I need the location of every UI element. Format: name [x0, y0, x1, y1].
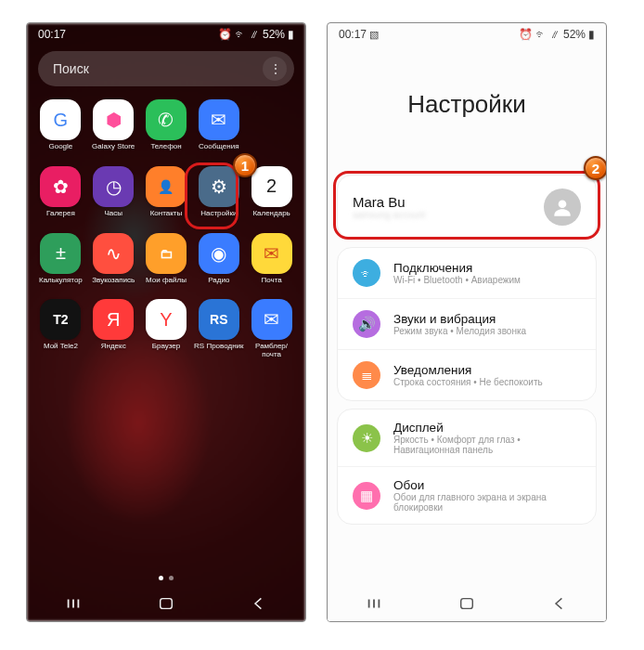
- settings-item-дисплей[interactable]: ☀ДисплейЯркость • Комфорт для глаз • Нав…: [338, 410, 596, 466]
- app-почта[interactable]: ✉Почта: [245, 229, 298, 292]
- settings-item-уведомления[interactable]: ≣УведомленияСтрока состояния • Не беспок…: [338, 349, 596, 400]
- settings-item-icon: ▦: [353, 482, 380, 510]
- more-icon[interactable]: ⋮: [263, 57, 287, 81]
- app-icon: ◷: [93, 166, 134, 207]
- settings-item-subtitle: Строка состояния • Не беспокоить: [393, 377, 543, 387]
- app-rs-проводник[interactable]: RSRS Проводник: [192, 295, 245, 367]
- settings-item-subtitle: Обои для главного экрана и экрана блокир…: [393, 492, 581, 513]
- app-сообщения[interactable]: ✉Сообщения: [192, 96, 245, 159]
- app-браузер[interactable]: YБраузер: [140, 295, 193, 367]
- settings-item-title: Обои: [393, 478, 581, 492]
- app-радио[interactable]: ◉Радио: [192, 229, 245, 292]
- settings-panel: ☀ДисплейЯркость • Комфорт для глаз • Нав…: [337, 409, 597, 525]
- search-placeholder: Поиск: [53, 61, 89, 76]
- settings-item-icon: ᯤ: [353, 259, 380, 287]
- app-label: Календарь: [252, 210, 290, 218]
- app-grid: GGoogle⬢Galaxy Store✆Телефон✉Сообщения✿Г…: [27, 96, 305, 367]
- app-яндекс[interactable]: ЯЯндекс: [87, 295, 140, 367]
- app-icon: ⚙: [199, 166, 239, 207]
- battery-text: 52%: [263, 28, 285, 41]
- app-label: Google: [49, 143, 73, 151]
- account-name: Mara Bu: [353, 194, 533, 210]
- battery-icon: ▮: [288, 28, 294, 41]
- status-icons: ⏰ ᯤ ⫽ 52% ▮: [218, 28, 294, 41]
- status-bar: 00:17 ⏰ ᯤ ⫽ 52% ▮: [27, 23, 305, 46]
- account-email: samsung account: [353, 210, 533, 220]
- app-рамблер-почта[interactable]: ✉Рамблер/ почта: [245, 295, 298, 367]
- svg-rect-0: [161, 599, 173, 609]
- app-label: Радио: [208, 277, 229, 285]
- avatar-icon: [544, 188, 581, 226]
- wifi-icon: ᯤ: [235, 28, 246, 41]
- app-icon: Y: [146, 299, 187, 340]
- settings-item-подключения[interactable]: ᯤПодключенияWi-Fi • Bluetooth • Авиарежи…: [338, 248, 596, 298]
- settings-item-title: Дисплей: [393, 421, 581, 435]
- app-мой-tele2[interactable]: T2Мой Tele2: [34, 295, 87, 367]
- signal-icon: ⫽: [249, 28, 260, 41]
- app-icon: ✉: [251, 233, 292, 274]
- app-icon: G: [40, 99, 81, 140]
- settings-panel: ᯤПодключенияWi-Fi • Bluetooth • Авиарежи…: [337, 247, 597, 401]
- app-контакты[interactable]: 👤Контакты: [140, 162, 193, 226]
- app-label: Звукозапись: [92, 277, 135, 285]
- settings-item-обои[interactable]: ▦ОбоиОбои для главного экрана и экрана б…: [338, 466, 596, 524]
- app-icon: Я: [93, 299, 134, 340]
- app-icon: ✉: [199, 99, 239, 140]
- app-google[interactable]: GGoogle: [34, 96, 87, 159]
- app-калькулятор[interactable]: ±Калькулятор: [34, 229, 87, 292]
- settings-item-subtitle: Яркость • Комфорт для глаз • Навигационн…: [393, 435, 581, 455]
- app-label: Настройки: [200, 210, 237, 218]
- svg-rect-2: [461, 599, 473, 609]
- app-звукозапись[interactable]: ∿Звукозапись: [87, 229, 140, 292]
- settings-item-subtitle: Wi-Fi • Bluetooth • Авиарежим: [393, 275, 521, 285]
- app-icon: ✿: [40, 166, 81, 207]
- navigation-bar: [27, 586, 305, 621]
- recents-button[interactable]: [64, 594, 83, 613]
- app-label: Часы: [104, 210, 122, 218]
- app-galaxy-store[interactable]: ⬢Galaxy Store: [87, 96, 140, 159]
- wifi-icon: ᯤ: [535, 28, 547, 41]
- phone-settings-screen: 00:17 ▧ ⏰ ᯤ ⫽ 52% ▮ Настройки Mara Bu sa…: [327, 22, 607, 622]
- clock: 00:17: [38, 28, 66, 41]
- screenshot-icon: ▧: [369, 29, 379, 41]
- home-button[interactable]: [157, 594, 175, 613]
- alarm-icon: ⏰: [218, 28, 232, 41]
- app-часы[interactable]: ◷Часы: [87, 162, 140, 226]
- annotation-badge-2: 2: [584, 156, 606, 180]
- alarm-icon: ⏰: [519, 28, 533, 41]
- app-label: Galaxy Store: [92, 143, 135, 151]
- svg-point-1: [559, 200, 567, 208]
- app-телефон[interactable]: ✆Телефон: [140, 96, 193, 159]
- app-icon: 2: [251, 166, 292, 207]
- app-мои-файлы[interactable]: 🗀Мои файлы: [140, 229, 193, 292]
- account-panel: Mara Bu samsung account: [337, 175, 597, 240]
- status-bar: 00:17 ▧ ⏰ ᯤ ⫽ 52% ▮: [328, 23, 606, 46]
- back-button[interactable]: [550, 594, 569, 613]
- app-галерея[interactable]: ✿Галерея: [34, 162, 87, 226]
- app-icon: T2: [40, 299, 81, 340]
- app-icon: RS: [199, 299, 239, 340]
- back-button[interactable]: [250, 594, 268, 613]
- app-icon: ◉: [199, 233, 239, 274]
- settings-item-subtitle: Режим звука • Мелодия звонка: [393, 326, 526, 336]
- app-icon: ±: [40, 233, 81, 274]
- clock: 00:17: [339, 28, 367, 41]
- account-row[interactable]: Mara Bu samsung account: [338, 176, 596, 239]
- battery-text: 52%: [563, 28, 586, 41]
- recents-button[interactable]: [365, 594, 383, 613]
- app-icon: 👤: [146, 166, 187, 207]
- home-button[interactable]: [457, 594, 476, 613]
- app-label: Контакты: [150, 210, 183, 218]
- settings-item-title: Подключения: [393, 261, 521, 275]
- app-icon: ✆: [146, 99, 187, 140]
- app-icon: 🗀: [146, 233, 187, 274]
- app-icon: ∿: [93, 233, 134, 274]
- signal-icon: ⫽: [549, 28, 560, 41]
- search-input[interactable]: Поиск ⋮: [38, 51, 294, 86]
- settings-item-icon: ☀: [353, 424, 380, 452]
- app-label: RS Проводник: [194, 343, 243, 351]
- settings-item-icon: 🔊: [353, 310, 380, 338]
- app-label: Почта: [261, 277, 281, 285]
- settings-item-звуки-и-вибрация[interactable]: 🔊Звуки и вибрацияРежим звука • Мелодия з…: [338, 298, 596, 349]
- settings-item-title: Уведомления: [393, 363, 543, 377]
